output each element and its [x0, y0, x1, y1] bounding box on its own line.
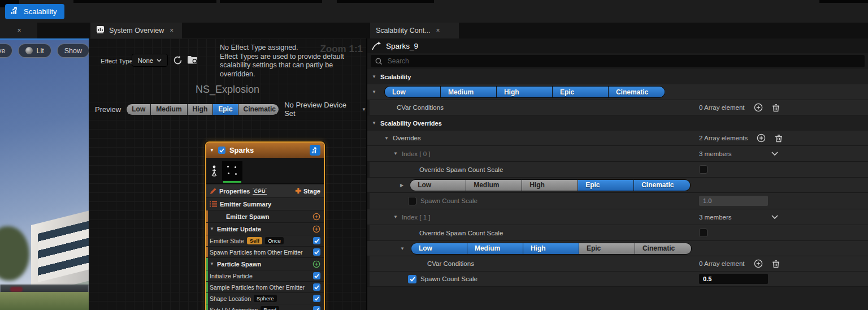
tab-scalability-content[interactable]: Scalability Cont... × [370, 23, 459, 38]
category-scalability-overrides[interactable]: ▼ Scalability Overrides [367, 115, 868, 131]
emitter-spawn-group[interactable]: Emitter Spawn [206, 210, 324, 222]
add-module-icon[interactable] [313, 225, 320, 233]
row-overrides[interactable]: ▼ Overrides 2 Array elements [367, 131, 868, 146]
module-enabled-checkbox[interactable] [313, 306, 320, 310]
browse-asset-icon[interactable] [187, 55, 199, 67]
delete-array-icon[interactable] [775, 134, 783, 143]
collapse-triangle-icon[interactable]: ▼ [210, 261, 214, 266]
isolate-emitter-icon[interactable] [211, 165, 218, 176]
row-override-spawn-count-scale-1[interactable]: Override Spawn Count Scale [367, 225, 868, 241]
cinematic-button[interactable]: Cinematic [634, 180, 690, 191]
row-index-0[interactable]: ▼ Index [ 0 ] 3 members [367, 146, 868, 162]
collapse-triangle-icon[interactable]: ▼ [372, 120, 376, 126]
high-button[interactable]: High [522, 180, 578, 191]
effect-type-dropdown[interactable]: None [132, 54, 168, 67]
module-shape-location[interactable]: Shape Location Sphere [206, 292, 324, 304]
row-cvar-conditions[interactable]: CVar Conditions 0 Array element [367, 100, 868, 115]
preview-medium-button[interactable]: Medium [151, 104, 187, 115]
category-scalability[interactable]: ▼ Scalability [367, 69, 868, 84]
preview-device-set-dropdown[interactable]: No Preview Device Set▼ [284, 101, 366, 118]
search-box[interactable] [371, 55, 865, 67]
collapse-triangle-icon[interactable]: ▼ [384, 136, 389, 141]
medium-button[interactable]: Medium [467, 243, 523, 254]
collapse-triangle-icon[interactable]: ▼ [372, 74, 376, 79]
emitter-properties-row[interactable]: Properties CPU ✚ Stage [206, 184, 324, 197]
emitter-node-header[interactable]: ▼ Sparks [206, 143, 324, 158]
cinematic-button[interactable]: Cinematic [609, 87, 665, 97]
show-button[interactable]: Show [57, 44, 89, 58]
add-array-element-icon[interactable] [754, 103, 763, 112]
close-icon[interactable]: × [436, 27, 440, 35]
epic-button[interactable]: Epic [578, 180, 634, 191]
preview-high-button[interactable]: High [188, 104, 214, 115]
scalability-window-button[interactable]: Scalability [5, 4, 64, 19]
sparks-emitter-node[interactable]: ▼ Sparks Properties CPU ✚ Stage [205, 141, 325, 310]
chevron-down-icon[interactable] [771, 152, 778, 156]
row-spawn-count-scale-0[interactable]: Spawn Count Scale [367, 193, 868, 209]
module-enabled-checkbox[interactable] [313, 248, 320, 256]
row-spawn-count-scale-1[interactable]: Spawn Count Scale [367, 272, 868, 287]
tab-collapsed[interactable]: × [0, 23, 37, 38]
override-checkbox[interactable] [699, 165, 708, 174]
delete-array-icon[interactable] [772, 260, 780, 268]
emitter-enabled-checkbox[interactable] [218, 147, 225, 154]
tab-system-overview[interactable]: System Overview × [90, 23, 182, 38]
particle-spawn-group[interactable]: ▼ Particle Spawn [206, 257, 324, 270]
collapse-triangle-icon[interactable]: ▼ [210, 226, 214, 231]
module-enabled-checkbox[interactable] [313, 237, 320, 244]
module-sample-particles[interactable]: Sample Particles from Other Emitter [206, 281, 324, 292]
low-button[interactable]: Low [411, 243, 467, 254]
chevron-down-icon[interactable] [771, 215, 778, 219]
preview-cinematic-button[interactable]: Cinematic [238, 104, 280, 115]
row-override-spawn-count-scale-0[interactable]: Override Spawn Count Scale [367, 162, 868, 178]
system-overview-graph[interactable]: Effect Type None No Effect Type assigned… [89, 38, 366, 310]
spawn-count-scale-input[interactable] [699, 196, 768, 206]
collapse-triangle-icon[interactable]: ▼ [372, 89, 376, 94]
perspective-button[interactable]: tive [0, 44, 12, 58]
add-array-element-icon[interactable] [757, 134, 766, 143]
add-stage-button[interactable]: ✚ Stage [295, 187, 320, 195]
module-enabled-checkbox[interactable] [313, 283, 320, 291]
emitter-preview-thumbnail[interactable] [222, 161, 242, 180]
cinematic-button[interactable]: Cinematic [635, 243, 691, 254]
epic-button[interactable]: Epic [553, 87, 609, 97]
emitter-scalability-icon[interactable] [310, 145, 320, 156]
add-module-icon[interactable] [313, 260, 320, 268]
expand-triangle-icon[interactable]: ▶ [400, 183, 403, 188]
add-module-icon[interactable] [313, 213, 320, 221]
preview-low-button[interactable]: Low [127, 104, 151, 115]
collapse-triangle-icon[interactable]: ▼ [210, 148, 214, 153]
module-initialize-particle[interactable]: Initialize Particle [206, 270, 324, 281]
collapse-triangle-icon[interactable]: ▼ [400, 246, 405, 251]
module-emitter-state[interactable]: Emitter State Self Once [206, 235, 324, 246]
medium-button[interactable]: Medium [466, 180, 522, 191]
high-button[interactable]: High [497, 87, 553, 97]
add-array-element-icon[interactable] [754, 259, 763, 268]
lit-mode-button[interactable]: Lit [18, 44, 51, 58]
close-icon[interactable]: × [170, 27, 173, 35]
module-enabled-checkbox[interactable] [313, 295, 320, 302]
module-spawn-from-other-emitter[interactable]: Spawn Particles from Other Emitter [206, 246, 324, 257]
low-button[interactable]: Low [385, 87, 441, 97]
browse-back-icon[interactable] [172, 55, 183, 68]
delete-array-icon[interactable] [772, 104, 780, 112]
module-enabled-checkbox[interactable] [313, 272, 320, 279]
preview-epic-button[interactable]: Epic [213, 104, 238, 115]
epic-button[interactable]: Epic [579, 243, 635, 254]
override-checkbox[interactable] [699, 229, 708, 237]
close-icon[interactable]: × [17, 27, 21, 35]
property-enabled-checkbox[interactable] [408, 197, 416, 205]
low-button[interactable]: Low [410, 180, 466, 191]
emitter-update-group[interactable]: ▼ Emitter Update [206, 222, 324, 235]
row-index-1[interactable]: ▼ Index [ 1 ] 3 members [367, 209, 868, 225]
spawn-count-scale-input[interactable] [699, 274, 768, 284]
collapse-triangle-icon[interactable]: ▼ [393, 214, 398, 219]
row-cvar-conditions-index1[interactable]: CVar Conditions 0 Array element [367, 256, 868, 272]
property-enabled-checkbox[interactable] [408, 275, 416, 283]
emitter-summary-row[interactable]: Emitter Summary [206, 197, 324, 210]
search-input[interactable] [387, 57, 860, 66]
collapse-triangle-icon[interactable]: ▼ [393, 151, 398, 156]
medium-button[interactable]: Medium [441, 87, 497, 97]
high-button[interactable]: High [523, 243, 579, 254]
level-viewport[interactable]: tive Lit Show [0, 38, 89, 310]
